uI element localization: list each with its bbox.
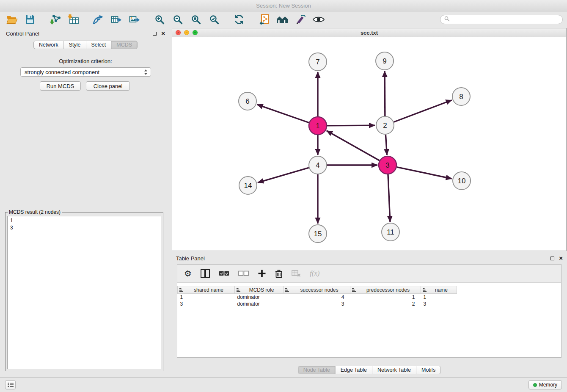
graph-node-9[interactable]: 9 [376, 52, 394, 70]
dropdown-chevrons-icon [144, 69, 148, 75]
svg-text:7: 7 [316, 58, 319, 66]
float-table-panel-icon[interactable] [550, 257, 554, 260]
svg-text:14: 14 [244, 182, 252, 190]
memory-button[interactable]: Memory [528, 380, 562, 389]
graph-node-14[interactable]: 14 [239, 177, 257, 194]
graph-node-6[interactable]: 6 [239, 92, 256, 110]
tab-edge-table[interactable]: Edge Table [336, 366, 372, 374]
import-table-icon[interactable] [66, 13, 81, 26]
graph-node-7[interactable]: 7 [309, 53, 327, 71]
houses-icon[interactable] [275, 13, 290, 26]
column-header-successor-nodes[interactable]: successor nodes [284, 286, 350, 294]
zoom-check-icon[interactable] [206, 13, 222, 26]
zoom-in-icon[interactable] [152, 13, 167, 26]
main-toolbar [0, 12, 567, 27]
columns-icon[interactable] [201, 269, 210, 278]
zoom-fit-icon[interactable] [188, 13, 204, 26]
svg-text:6: 6 [245, 97, 249, 105]
menu-list-icon[interactable] [5, 380, 16, 389]
graph-edge-2-3[interactable] [385, 135, 387, 155]
refresh-icon[interactable] [231, 13, 247, 26]
search-input[interactable] [452, 17, 559, 22]
graph-edge-3-10[interactable] [397, 167, 452, 179]
table-tabs: Node TableEdge TableNetwork TableMotifs [298, 366, 441, 374]
graph-edge-4-14[interactable] [258, 168, 309, 182]
svg-text:8: 8 [459, 93, 463, 101]
select-all-icon[interactable] [219, 270, 229, 277]
minimize-window-icon[interactable]: − [184, 30, 189, 35]
graph-edge-3-1[interactable] [327, 131, 380, 160]
svg-text:2: 2 [383, 121, 387, 130]
graph-node-11[interactable]: 11 [382, 223, 399, 241]
network-window-title: scc.txt [172, 30, 566, 36]
style-brush-icon[interactable] [293, 13, 308, 26]
svg-text:1: 1 [316, 122, 319, 130]
criterion-dropdown[interactable]: strongly connected component [20, 67, 151, 77]
svg-text:15: 15 [314, 230, 322, 238]
tab-node-table[interactable]: Node Table [298, 366, 336, 374]
column-label: name [435, 287, 448, 293]
window-title: Session: New Session [256, 3, 311, 9]
table-row[interactable]: 3dominator323 [178, 301, 457, 307]
trash-icon[interactable] [275, 269, 283, 278]
add-icon[interactable] [258, 269, 266, 278]
eye-icon[interactable] [311, 13, 326, 26]
control-panel: Control Panel × NetworkStyleSelectMCDS O… [2, 28, 169, 377]
zoom-out-icon[interactable] [170, 13, 185, 26]
tab-network-table[interactable]: Network Table [372, 366, 416, 374]
svg-text:9: 9 [383, 57, 386, 65]
network-window: scc.txt × − + 7968124314101511 [172, 28, 567, 251]
share-arrows-icon[interactable] [91, 13, 106, 26]
save-floppy-icon[interactable] [22, 13, 38, 26]
table-row[interactable]: 1dominator411 [178, 294, 457, 301]
window-titlebar: Session: New Session [0, 0, 567, 11]
tab-network[interactable]: Network [34, 41, 64, 49]
tab-mcds[interactable]: MCDS [111, 41, 137, 49]
close-table-panel-icon[interactable]: × [559, 256, 563, 260]
sort-icon [352, 288, 356, 294]
column-header-MCDS-role[interactable]: MCDS role [235, 286, 284, 294]
tab-motifs[interactable]: Motifs [416, 366, 440, 374]
sort-icon [179, 288, 184, 294]
fx-icon: f(x) [310, 269, 320, 278]
close-window-icon[interactable]: × [176, 30, 181, 35]
graph-node-3[interactable]: 3 [379, 156, 396, 174]
sort-icon [236, 288, 241, 294]
deselect-all-icon[interactable] [238, 270, 249, 277]
close-panel-button[interactable]: Close panel [86, 81, 130, 91]
graph-edge-1-6[interactable] [257, 105, 309, 123]
graph-edge-1-2[interactable] [327, 125, 375, 126]
graph-node-4[interactable]: 4 [309, 156, 327, 174]
close-panel-icon[interactable]: × [161, 31, 165, 36]
zoom-window-icon[interactable]: + [193, 30, 198, 35]
criterion-value: strongly connected component [25, 69, 99, 75]
graph-node-10[interactable]: 10 [453, 172, 471, 190]
graph-edge-3-11[interactable] [388, 174, 390, 222]
network-window-titlebar[interactable]: scc.txt × − + [172, 28, 566, 37]
import-network-icon[interactable] [47, 13, 63, 26]
graph-node-8[interactable]: 8 [452, 88, 470, 105]
graph-node-15[interactable]: 15 [309, 225, 327, 243]
node-table[interactable]: shared nameMCDS rolesuccessor nodesprede… [177, 286, 561, 357]
graph-edge-2-9[interactable] [385, 71, 385, 116]
tab-select[interactable]: Select [86, 41, 112, 49]
column-header-predecessor-nodes[interactable]: predecessor nodes [350, 286, 421, 294]
run-mcds-button[interactable]: Run MCDS [40, 81, 81, 91]
tab-style[interactable]: Style [64, 41, 86, 49]
export-image-icon[interactable] [127, 13, 142, 26]
search-box[interactable] [440, 15, 563, 24]
document-network-icon[interactable] [256, 13, 272, 26]
graph-node-1[interactable]: 1 [309, 117, 327, 135]
network-graph[interactable]: 7968124314101511 [172, 37, 566, 251]
table-cell: 1 [178, 294, 235, 301]
gear-icon[interactable]: ⚙ [184, 269, 192, 278]
float-panel-icon[interactable] [153, 32, 157, 36]
column-header-name[interactable]: name [421, 286, 457, 294]
export-table-icon[interactable] [109, 13, 124, 26]
mcds-result-list[interactable]: 13 [7, 216, 161, 369]
column-header-shared-name[interactable]: shared name [178, 286, 235, 294]
open-folder-icon[interactable] [4, 13, 19, 26]
graph-node-2[interactable]: 2 [376, 116, 394, 134]
graph-edge-2-8[interactable] [394, 100, 452, 122]
network-canvas[interactable]: 7968124314101511 [172, 37, 566, 251]
